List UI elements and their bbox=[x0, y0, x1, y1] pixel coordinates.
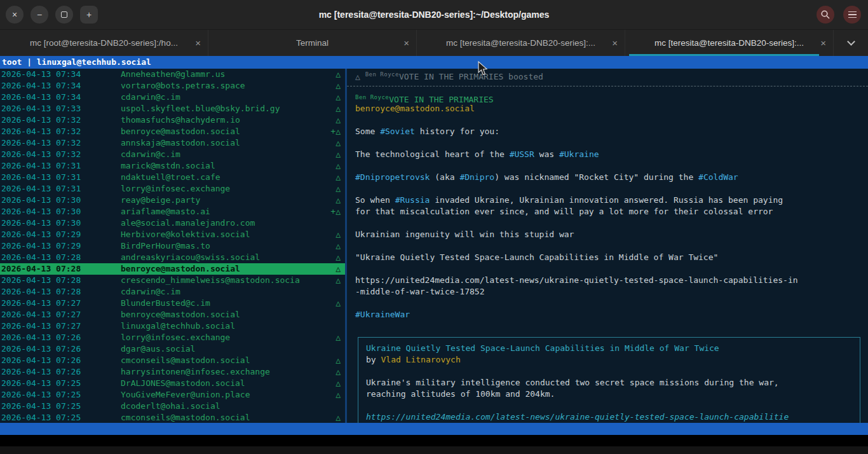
status-pane: △ Ben RoyceVOTE IN THE PRIMARIES boosted… bbox=[347, 69, 868, 423]
timeline-row[interactable]: 2026-04-13 07:25DrALJONES@mastodon.socia… bbox=[0, 378, 345, 389]
boost-badge-icon: △ bbox=[336, 92, 341, 103]
status-url-link[interactable]: https://united24media.com/latest-news/uk… bbox=[355, 275, 868, 286]
tab-terminal[interactable]: Terminal × bbox=[208, 30, 417, 56]
status-text-line: for that miscalculation ever since, and … bbox=[355, 206, 868, 217]
timeline-row[interactable]: 2026-04-13 07:28andreaskyriacou@swiss.so… bbox=[0, 252, 345, 263]
timeline-row[interactable]: 2026-04-13 07:26cmconseils@mastodon.soci… bbox=[0, 355, 345, 366]
timeline-row[interactable]: 2026-04-13 07:25dcoderlt@ohai.social bbox=[0, 401, 345, 412]
hashtag: #Ukraine bbox=[559, 149, 599, 159]
tab-label: mc [root@teresita-DNB20-series]:/ho... bbox=[30, 38, 178, 48]
timeline-row[interactable]: 2026-04-13 07:33uspol.skyfleet.blue@bsky… bbox=[0, 103, 345, 114]
timeline-timestamp: 2026-04-13 07:27 bbox=[1, 309, 81, 320]
search-button[interactable] bbox=[817, 6, 834, 24]
window-controls-right bbox=[817, 6, 861, 24]
tab-close-icon[interactable]: × bbox=[195, 38, 201, 48]
boost-badge-icon: △ bbox=[336, 275, 341, 286]
boost-badge-icon: +△ bbox=[330, 206, 341, 217]
timeline-row[interactable]: 2026-04-13 07:32thomasfuchs@hachyderm.io… bbox=[0, 114, 345, 126]
timeline-row[interactable]: 2026-04-13 07:30ale@social.manalejandro.… bbox=[0, 217, 345, 229]
boost-badge-icon: +△ bbox=[330, 126, 341, 137]
timeline-row[interactable]: 2026-04-13 07:32cdarwin@c.im△ bbox=[0, 149, 345, 160]
timeline-timestamp: 2026-04-13 07:31 bbox=[1, 183, 81, 195]
chevron-down-icon bbox=[847, 38, 855, 46]
tab-mc-teresita-2-active[interactable]: mc [teresita@teresita-DNB20-series]:... … bbox=[625, 30, 834, 56]
timeline-row[interactable]: 2026-04-13 07:28benroyce@mastodon.social… bbox=[0, 263, 345, 275]
timeline-account: annskaja@mastodon.social bbox=[121, 137, 240, 149]
timeline-account: andreaskyriacou@swiss.social bbox=[121, 252, 260, 263]
blank-line bbox=[366, 400, 860, 411]
menu-button[interactable] bbox=[843, 6, 861, 24]
tab-label: mc [teresita@teresita-DNB20-series]:... bbox=[654, 38, 804, 48]
timeline-account: lorry@infosec.exchange bbox=[121, 332, 230, 343]
card-author: Vlad Litnarovych bbox=[381, 355, 460, 364]
link-preview-card[interactable]: Ukraine Quietly Tested Space-Launch Capa… bbox=[358, 337, 860, 423]
status-text: (aka bbox=[430, 172, 459, 182]
timeline-timestamp: 2026-04-13 07:31 bbox=[1, 172, 81, 183]
status-url-link[interactable]: -middle-of-war-twice-17852 bbox=[355, 286, 868, 298]
timeline-row[interactable]: 2026-04-13 07:32benroyce@mastodon.social… bbox=[0, 126, 345, 137]
timeline-row[interactable]: 2026-04-13 07:29BirdPerHour@mas.to△ bbox=[0, 240, 345, 252]
status-text-line: benroyce@mastodon.social bbox=[355, 103, 868, 114]
timeline-row[interactable]: 2026-04-13 07:30ariaflame@masto.ai+△ bbox=[0, 206, 345, 217]
timeline-timestamp: 2026-04-13 07:26 bbox=[1, 343, 81, 355]
timeline-timestamp: 2026-04-13 07:32 bbox=[1, 126, 81, 137]
timeline-timestamp: 2026-04-13 07:32 bbox=[1, 149, 81, 160]
timeline-timestamp: 2026-04-13 07:30 bbox=[1, 217, 81, 229]
maximize-button[interactable] bbox=[55, 6, 73, 24]
timeline-row[interactable]: 2026-04-13 07:28crescendo_himmelweiss@ma… bbox=[0, 275, 345, 286]
timeline-row[interactable]: 2026-04-13 07:26lorry@infosec.exchange△ bbox=[0, 332, 345, 343]
status-text: invaded Ukraine, Ukrainian innovation an… bbox=[430, 195, 783, 205]
close-window-button[interactable]: × bbox=[6, 6, 24, 24]
card-url-link[interactable]: https://united24media.com/latest-news/uk… bbox=[366, 412, 789, 422]
timeline-row[interactable]: 2026-04-13 07:31ndaktuell@troet.cafe△ bbox=[0, 172, 345, 183]
tab-close-icon[interactable]: × bbox=[612, 38, 618, 48]
boost-badge-icon: △ bbox=[336, 412, 341, 423]
card-by-label: by bbox=[366, 355, 381, 364]
boost-badge-icon: △ bbox=[336, 332, 341, 343]
tab-overflow-button[interactable] bbox=[834, 30, 868, 56]
timeline-timestamp: 2026-04-13 07:26 bbox=[1, 332, 81, 343]
timeline-account: linuxgal@techhub.social bbox=[121, 320, 235, 332]
minimize-button[interactable]: − bbox=[31, 6, 48, 24]
timeline-row[interactable]: 2026-04-13 07:34Anneheathen@glammr.us△ bbox=[0, 69, 345, 80]
tab-mc-teresita-1[interactable]: mc [teresita@teresita-DNB20-series]:... … bbox=[417, 30, 625, 56]
timeline-timestamp: 2026-04-13 07:31 bbox=[1, 160, 81, 172]
timeline-account: cmconseils@mastodon.social bbox=[121, 412, 250, 423]
timeline-row[interactable]: 2026-04-13 07:26harrysintonen@infosec.ex… bbox=[0, 366, 345, 378]
timeline-row[interactable]: 2026-04-13 07:28cdarwin@c.im bbox=[0, 286, 345, 298]
timeline-row[interactable]: 2026-04-13 07:30reay@beige.party△ bbox=[0, 195, 345, 206]
boost-badge-icon: △ bbox=[336, 103, 341, 114]
timeline-row[interactable]: 2026-04-13 07:26dgar@aus.social bbox=[0, 343, 345, 355]
timeline-row[interactable]: 2026-04-13 07:31marick@mstdn.social△ bbox=[0, 160, 345, 172]
timeline-row[interactable]: 2026-04-13 07:27benroyce@mastodon.social bbox=[0, 309, 345, 320]
timeline-row[interactable]: 2026-04-13 07:31lorry@infosec.exchange△ bbox=[0, 183, 345, 195]
timeline-timestamp: 2026-04-13 07:29 bbox=[1, 240, 81, 252]
timeline-account: benroyce@mastodon.social bbox=[121, 126, 240, 137]
timeline-account: YouGiveMeFever@union.place bbox=[121, 389, 250, 401]
card-description: Ukraine's military intelligence conducte… bbox=[366, 378, 779, 387]
timeline-row[interactable]: 2026-04-13 07:27linuxgal@techhub.social bbox=[0, 320, 345, 332]
timeline-row[interactable]: 2026-04-13 07:29Herbivore@kolektiva.soci… bbox=[0, 229, 345, 240]
tab-close-icon[interactable]: × bbox=[403, 38, 409, 48]
status-text-line: #Dnipropetrovsk (aka #Dnipro) was nickna… bbox=[355, 172, 868, 183]
timeline-account: ariaflame@masto.ai bbox=[121, 206, 210, 217]
search-icon bbox=[820, 10, 831, 20]
timeline-row[interactable]: 2026-04-13 07:34vortaro@bots.petras.spac… bbox=[0, 80, 345, 92]
status-text: https://united24media.com/latest-news/uk… bbox=[355, 275, 798, 285]
timeline-timestamp: 2026-04-13 07:34 bbox=[1, 69, 81, 80]
blank-line bbox=[366, 366, 860, 377]
timeline-timestamp: 2026-04-13 07:33 bbox=[1, 103, 81, 114]
timeline-account: BirdPerHour@mas.to bbox=[121, 240, 210, 252]
tab-mc-root[interactable]: mc [root@teresita-DNB20-series]:/ho... × bbox=[0, 30, 208, 56]
timeline-account: harrysintonen@infosec.exchange bbox=[121, 366, 270, 378]
timeline-row[interactable]: 2026-04-13 07:25YouGiveMeFever@union.pla… bbox=[0, 389, 345, 401]
timeline-timestamp: 2026-04-13 07:28 bbox=[1, 263, 81, 275]
timeline-row[interactable]: 2026-04-13 07:25cmconseils@mastodon.soci… bbox=[0, 412, 345, 423]
status-text: Ukrainian ingenuity will win this stupid… bbox=[355, 230, 574, 239]
timeline-row[interactable]: 2026-04-13 07:32annskaja@mastodon.social… bbox=[0, 137, 345, 149]
timeline-row[interactable]: 2026-04-13 07:27BlunderBusted@c.im△ bbox=[0, 298, 345, 309]
terminal-viewport: toot | linuxgal@techhub.social 2026-04-1… bbox=[0, 56, 868, 446]
tab-close-icon[interactable]: × bbox=[820, 38, 826, 48]
timeline-row[interactable]: 2026-04-13 07:34cdarwin@c.im△ bbox=[0, 92, 345, 103]
new-tab-button[interactable]: + bbox=[80, 6, 98, 24]
